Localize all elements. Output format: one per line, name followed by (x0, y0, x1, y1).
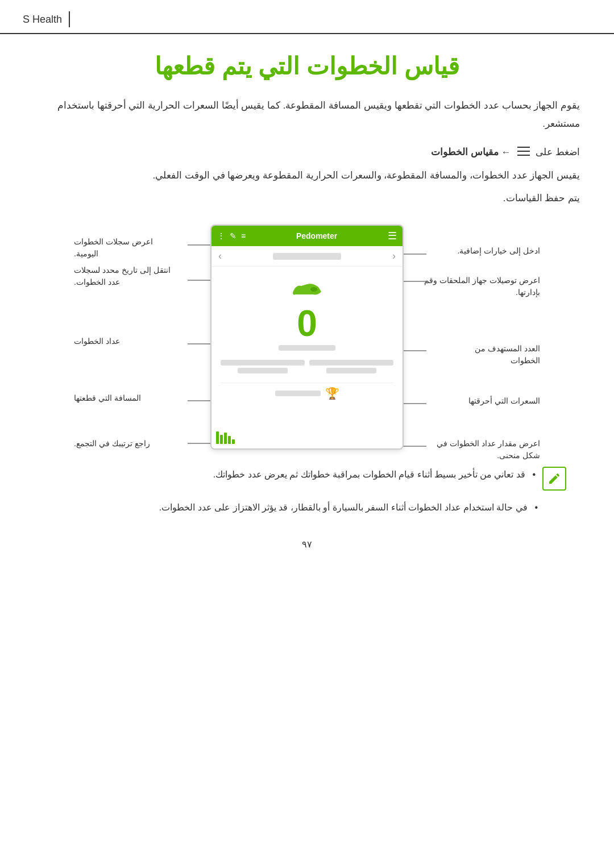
chart-bars (216, 430, 235, 444)
phone-mockup: ☰ Pedometer ≡ ✎ ⋮ ‹ › (210, 225, 404, 450)
calories-bar2 (238, 368, 288, 373)
bar2 (228, 436, 231, 444)
bar4 (220, 435, 223, 444)
app-name: Pedometer (296, 231, 337, 240)
label-distance: المسافة التي قطعتها (74, 392, 159, 404)
svg-rect-2 (517, 155, 530, 156)
header-title: S Health (23, 14, 62, 26)
shoe-svg (290, 276, 324, 298)
phone-status-bar: ☰ Pedometer ≡ ✎ ⋮ (211, 226, 403, 246)
label-ranking: راجع ترتيبك في التجمع. (74, 438, 165, 450)
note-content-2: • في حالة استخدام عداد الخطوات أثناء الس… (45, 500, 538, 516)
intro-text: يقوم الجهاز بحساب عدد الخطوات التي تقطعه… (34, 97, 580, 134)
label-chart: اعرض مقدار عداد الخطوات في شكل منحنى. (432, 438, 540, 462)
note-bullet-2: • (534, 502, 538, 512)
note-text-1: قد تعاني من تأخير بسيط أثناء قيام الخطوا… (213, 470, 525, 479)
label-calories: السعرات التي أحرقتها (455, 395, 540, 407)
bar1 (232, 439, 235, 444)
menu-icon (517, 144, 530, 162)
shoe-icon-area (221, 276, 393, 301)
instruction-prefix: اضغط على (536, 147, 580, 157)
pencil-icon (547, 472, 561, 485)
phone-status-icons: ≡ ✎ ⋮ (217, 231, 246, 240)
svg-point-13 (310, 287, 317, 292)
distance-bar2 (326, 368, 377, 373)
bar3 (224, 433, 227, 444)
phone-nav-bar: ‹ › (211, 246, 403, 267)
label-accessories: اعرض توصيلات جهاز الملحقات وقم بإدارتها. (421, 275, 540, 298)
svg-rect-0 (517, 147, 530, 148)
label-extra-options: ادخل إلى خيارات إضافية. (449, 245, 540, 257)
step-count-label (279, 345, 335, 351)
ranking-row: 🏆 (221, 383, 393, 404)
note-item-1: • قد تعاني من تأخير بسيط أثناء قيام الخط… (45, 467, 569, 491)
page-number: ٩٧ (34, 539, 580, 561)
label-daily-log: اعرض سجلات الخطوات اليومية. (74, 236, 165, 260)
note-icon-box-1 (542, 467, 566, 491)
distance-metric (309, 358, 393, 376)
notes-section: • قد تعاني من تأخير بسيط أثناء قيام الخط… (34, 467, 580, 516)
hamburger-icon[interactable]: ☰ (388, 230, 397, 242)
nav-left-arrow[interactable]: ‹ (392, 250, 396, 262)
step-count-display: 0 (221, 305, 393, 351)
step-count-number: 0 (221, 305, 393, 342)
svg-rect-1 (517, 151, 530, 152)
diagram-wrapper: ادخل إلى خيارات إضافية. اعرض توصيلات جها… (74, 225, 540, 450)
list-icon[interactable]: ≡ (241, 231, 246, 240)
main-content: قياس الخطوات التي يتم قطعها يقوم الجهاز … (0, 51, 614, 561)
label-navigate-date: انتقل إلى تاريخ محدد لسجلات عدد الخطوات. (74, 264, 182, 288)
page-main-title: قياس الخطوات التي يتم قطعها (34, 51, 580, 82)
edit-icon[interactable]: ✎ (230, 231, 237, 240)
bar5 (216, 431, 219, 444)
calories-metric (221, 358, 305, 376)
diagram-section: ادخل إلى خيارات إضافية. اعرض توصيلات جها… (74, 225, 540, 450)
metrics-row (221, 358, 393, 376)
chart-icon-area[interactable] (216, 430, 235, 444)
page-header: S Health (0, 0, 614, 34)
distance-bar (309, 360, 393, 366)
more-icon[interactable]: ⋮ (217, 231, 225, 240)
phone-body: 0 (211, 267, 403, 448)
ranking-bar (275, 391, 321, 396)
note-text-2: في حالة استخدام عداد الخطوات أثناء السفر… (159, 502, 528, 512)
description-line1: يقيس الجهاز عدد الخطوات، والمسافة المقطو… (34, 167, 580, 185)
note-content-1: • قد تعاني من تأخير بسيط أثناء قيام الخط… (45, 467, 536, 483)
label-step-counter: عداد الخطوات (74, 335, 148, 347)
instruction-line: اضغط على ← مقياس الخطوات (34, 143, 580, 162)
trophy-icon: 🏆 (325, 387, 339, 400)
note-bullet-1: • (532, 470, 536, 479)
label-target-steps: العدد المستهدف من الخطوات (443, 343, 540, 367)
nav-date (273, 253, 341, 260)
calories-bar (221, 360, 305, 366)
description-line2: يتم حفظ القياسات. (34, 189, 580, 207)
header-divider (69, 11, 70, 27)
note-item-2: • في حالة استخدام عداد الخطوات أثناء الس… (45, 500, 569, 516)
nav-right-arrow[interactable]: › (218, 250, 222, 262)
instruction-menu-label: ← مقياس الخطوات (431, 147, 511, 157)
